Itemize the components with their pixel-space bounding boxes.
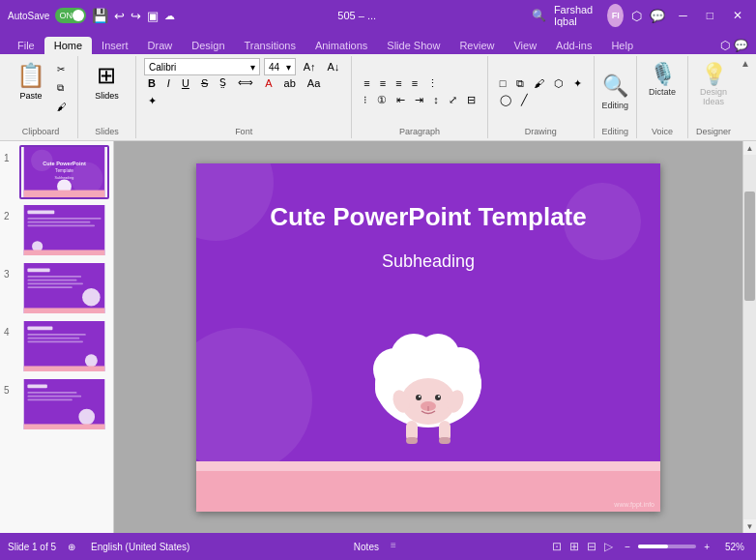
outline-button[interactable]: ⬡ xyxy=(550,76,567,91)
slide-thumb-5[interactable]: 5 xyxy=(4,377,109,431)
tab-slideshow[interactable]: Slide Show xyxy=(377,37,450,54)
font-size-dropdown[interactable]: 44 ▾ xyxy=(264,58,296,75)
slide-thumb-2[interactable]: 2 xyxy=(4,203,109,257)
shape-button[interactable]: □ xyxy=(496,76,510,91)
zoom-out-button[interactable]: − xyxy=(621,540,634,554)
tab-review[interactable]: Review xyxy=(450,37,504,54)
slide-thumb-4[interactable]: 4 xyxy=(4,319,109,373)
bold-button[interactable]: B xyxy=(144,76,160,90)
search-icon[interactable]: 🔍 xyxy=(532,9,546,22)
align-right-button[interactable]: ≡ xyxy=(392,76,405,91)
slide-img-1[interactable]: Cute PowerPoint Template Subheading xyxy=(19,145,109,199)
tab-home[interactable]: Home xyxy=(44,37,92,54)
numbering-button[interactable]: ① xyxy=(373,93,391,107)
zoom-track[interactable] xyxy=(638,545,696,548)
case-button[interactable]: Aa xyxy=(304,76,324,90)
autosave-toggle[interactable]: ON xyxy=(55,8,86,23)
tab-insert[interactable]: Insert xyxy=(92,37,138,54)
svg-rect-17 xyxy=(27,276,81,278)
decrease-font-button[interactable]: A↓ xyxy=(324,60,344,74)
indent-increase-button[interactable]: ⇥ xyxy=(411,93,427,107)
highlight-button[interactable]: ab xyxy=(280,76,300,90)
ribbon-share-icon[interactable]: ⬡ xyxy=(720,39,730,52)
format-painter-button[interactable]: 🖌 xyxy=(53,100,71,114)
scroll-thumb[interactable] xyxy=(744,192,755,301)
language[interactable]: English (United States) xyxy=(87,540,193,554)
line-button[interactable]: ╱ xyxy=(517,93,532,107)
new-slide-button[interactable]: ⊞ Slides xyxy=(87,58,126,104)
presentation-icon[interactable]: ▣ xyxy=(147,9,159,23)
reading-view-icon[interactable]: ⊟ xyxy=(587,540,596,553)
scroll-down-button[interactable]: ▼ xyxy=(743,519,757,533)
scroll-track[interactable] xyxy=(743,155,756,519)
ribbon-collapse-button[interactable]: ▲ xyxy=(739,56,752,138)
designer-label: Designer xyxy=(696,125,731,136)
design-ideas-button[interactable]: 💡 Design Ideas xyxy=(696,58,731,110)
notes-button[interactable]: Notes xyxy=(350,540,383,554)
slide-img-3[interactable] xyxy=(19,261,109,315)
close-button[interactable]: ✕ xyxy=(727,9,748,22)
font-family-value: Calibri xyxy=(149,62,176,73)
slide-img-2[interactable] xyxy=(19,203,109,257)
cut-button[interactable]: ✂ xyxy=(53,62,71,76)
tab-help[interactable]: Help xyxy=(601,37,643,54)
bullet-button[interactable]: ⁝ xyxy=(360,93,371,107)
smartart-button[interactable]: ⊟ xyxy=(463,93,480,107)
share-icon[interactable]: ⬡ xyxy=(631,9,642,23)
arrange-button[interactable]: ⧉ xyxy=(512,76,528,91)
tab-draw[interactable]: Draw xyxy=(138,37,183,54)
columns-button[interactable]: ⋮ xyxy=(423,76,442,91)
dictate-button[interactable]: 🎙️ Dictate xyxy=(645,58,680,101)
tab-transitions[interactable]: Transitions xyxy=(235,37,305,54)
shadow-button[interactable]: S̤ xyxy=(216,75,230,90)
zoom-in-button[interactable]: + xyxy=(700,540,713,554)
tab-addins[interactable]: Add-ins xyxy=(546,37,601,54)
accessibility-icon[interactable]: ⊕ xyxy=(64,540,79,554)
italic-button[interactable]: I xyxy=(163,76,174,90)
slide-show-icon[interactable]: ▷ xyxy=(604,540,613,553)
save-icon[interactable]: 💾 xyxy=(92,8,108,23)
line-spacing-button[interactable]: ↕ xyxy=(429,93,443,107)
effects-button[interactable]: ✦ xyxy=(569,76,586,91)
slide-thumb-1[interactable]: 1 Cute PowerPoint Template Subheading xyxy=(4,145,109,199)
tab-file[interactable]: File xyxy=(8,37,44,54)
paste-button[interactable]: 📋 Paste xyxy=(11,58,51,104)
slide-thumb-3[interactable]: 3 xyxy=(4,261,109,315)
indent-decrease-button[interactable]: ⇤ xyxy=(393,93,409,107)
scroll-up-button[interactable]: ▲ xyxy=(743,141,757,155)
slide-img-5[interactable] xyxy=(19,377,109,431)
redo-icon[interactable]: ↪ xyxy=(131,9,141,23)
undo-icon[interactable]: ↩ xyxy=(114,9,125,23)
strikethrough-button[interactable]: S xyxy=(197,76,212,90)
maximize-button[interactable]: □ xyxy=(701,9,719,22)
svg-rect-56 xyxy=(439,437,451,444)
slide-panel: 1 Cute PowerPoint Template Subheading 2 xyxy=(0,141,114,533)
title-bar-center: 505 – ... xyxy=(183,10,532,21)
font-family-dropdown[interactable]: Calibri ▾ xyxy=(144,58,260,75)
font-color-button[interactable]: A xyxy=(261,76,276,90)
slide-img-4[interactable] xyxy=(19,319,109,373)
tab-animations[interactable]: Animations xyxy=(305,37,377,54)
copy-button[interactable]: ⧉ xyxy=(53,80,71,96)
fill-button[interactable]: 🖌 xyxy=(530,76,548,91)
align-center-button[interactable]: ≡ xyxy=(376,76,390,91)
char-spacing-button[interactable]: ⟺ xyxy=(234,75,257,90)
ribbon-comments-icon[interactable]: 💬 xyxy=(734,39,748,52)
text-direction-button[interactable]: ⤢ xyxy=(445,93,461,107)
underline-button[interactable]: U xyxy=(178,76,193,90)
increase-font-button[interactable]: A↑ xyxy=(300,60,320,74)
normal-view-icon[interactable]: ⊡ xyxy=(552,540,562,553)
zoom-percent[interactable]: 52% xyxy=(721,540,748,554)
justify-button[interactable]: ≡ xyxy=(408,76,422,91)
minimize-button[interactable]: ─ xyxy=(673,9,693,22)
tab-design[interactable]: Design xyxy=(182,37,234,54)
comments-icon[interactable]: 💬 xyxy=(650,9,665,23)
slide-canvas[interactable]: Cute PowerPoint Template Subheading xyxy=(196,163,660,512)
slide-sorter-icon[interactable]: ⊞ xyxy=(569,540,579,553)
clear-format-button[interactable]: ✦ xyxy=(144,94,160,108)
avatar[interactable]: FI xyxy=(607,4,624,27)
shapes-gallery-button[interactable]: ◯ xyxy=(496,93,515,107)
tab-view[interactable]: View xyxy=(504,37,546,54)
main-area: 1 Cute PowerPoint Template Subheading 2 xyxy=(0,141,756,533)
align-left-button[interactable]: ≡ xyxy=(360,76,373,91)
